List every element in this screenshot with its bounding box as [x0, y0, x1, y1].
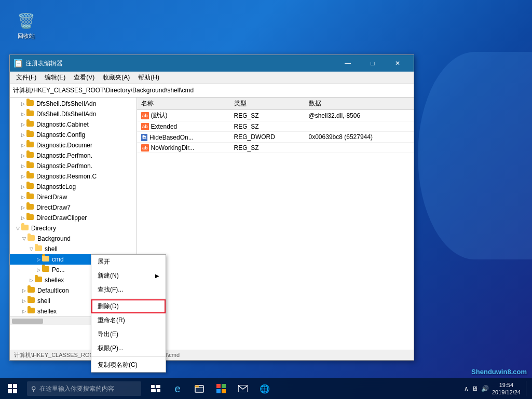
- tray-volume[interactable]: 🔊: [481, 385, 489, 392]
- menu-file[interactable]: 文件(F): [12, 72, 40, 83]
- ctx-expand[interactable]: 展开: [91, 255, 166, 269]
- context-menu: 展开 新建(N) ▶ 查找(F)... 删除(D) 重命名(R) 导出(E) 权…: [91, 254, 166, 373]
- taskbar-explorer[interactable]: [189, 378, 210, 399]
- taskbar-search[interactable]: ⚲ 在这里输入你要搜索的内容: [27, 381, 141, 396]
- svg-rect-6: [151, 389, 156, 392]
- tree-item-dfsshell1[interactable]: ▷ DfsShell.DfsSheIIAdn: [10, 99, 137, 109]
- taskbar-mail[interactable]: [233, 378, 253, 399]
- table-row[interactable]: abNoWorkingDir... REG_SZ: [137, 143, 414, 153]
- expand-icon: ▷: [19, 194, 26, 201]
- start-button[interactable]: [0, 378, 25, 399]
- svg-rect-0: [8, 384, 12, 388]
- tree-item-diagnostic-cabinet[interactable]: ▷ Diagnostic.Cabinet: [10, 119, 137, 130]
- svg-rect-13: [222, 389, 226, 393]
- svg-rect-1: [13, 384, 17, 388]
- col-data-header: 数据: [305, 98, 414, 110]
- tree-item-directdraw7[interactable]: ▷ DirectDraw7: [10, 202, 137, 213]
- tree-item-directdrawclipper[interactable]: ▷ DirectDrawClipper: [10, 213, 137, 223]
- window-title: 注册表编辑器: [25, 59, 336, 68]
- menu-edit[interactable]: 编辑(E): [40, 72, 70, 83]
- show-desktop[interactable]: [526, 381, 528, 396]
- col-name-header: 名称: [137, 98, 230, 110]
- tree-item-shell-bg[interactable]: ▽ shell: [10, 244, 137, 254]
- ctx-separator: [91, 298, 166, 298]
- svg-rect-3: [13, 389, 17, 393]
- tree-item-diagnostic-documer[interactable]: ▷ Diagnostic.Documer: [10, 140, 137, 150]
- expand-icon-cmd: ▷: [35, 256, 42, 263]
- main-content: ▷ DfsShell.DfsSheIIAdn ▷ DfsShell.DfsShe…: [10, 98, 414, 350]
- tray-network: 🖥: [472, 385, 478, 392]
- clock[interactable]: 19:54 2019/12/24: [492, 381, 521, 396]
- ctx-permissions[interactable]: 权限(P)...: [91, 341, 166, 355]
- table-row[interactable]: 数HideBasedOn... REG_DWORD 0x00639bc8 (65…: [137, 132, 414, 143]
- tree-item-dfsshell2[interactable]: ▷ DfsShell.DfsSheIIAdn: [10, 109, 137, 119]
- tree-item-diagnostic-config[interactable]: ▷ Diagnostic.Config: [10, 130, 137, 140]
- tree-item-diagnostic-perfmon1[interactable]: ▷ Diagnostic.Perfmon.: [10, 150, 137, 161]
- expand-icon: ▷: [19, 204, 26, 211]
- expand-icon-directory: ▽: [14, 225, 21, 232]
- tree-item-diagnosticlog[interactable]: ▷ DiagnosticLog: [10, 182, 137, 192]
- ctx-rename[interactable]: 重命名(R): [91, 313, 166, 327]
- expand-icon: ▷: [19, 162, 26, 170]
- expand-icon: ▷: [19, 183, 26, 190]
- search-placeholder: 在这里输入你要搜索的内容: [39, 384, 114, 393]
- tree-item-diagnostic-perfmon2[interactable]: ▷ Diagnostic.Perfmon.: [10, 161, 137, 171]
- registry-editor-window: 📋 注册表编辑器 — □ ✕ 文件(F) 编辑(E) 查看(V) 收藏夹(A) …: [9, 54, 414, 361]
- tree-item-directdraw[interactable]: ▷ DirectDraw: [10, 192, 137, 202]
- window-controls: — □ ✕: [336, 55, 410, 72]
- expand-icon: ▷: [19, 152, 26, 159]
- expand-icon: ▷: [19, 111, 26, 118]
- status-bar: 计算机\HKEY_CLASSES_ROOT\Directory\Backgrou…: [10, 350, 414, 360]
- tree-item-diagnostic-resmon[interactable]: ▷ Diagnostic.Resmon.C: [10, 171, 137, 182]
- expand-icon-shellex-dir: ▷: [20, 308, 28, 315]
- taskbar-icons: e: [145, 378, 275, 399]
- taskbar-network[interactable]: 🌐: [254, 378, 275, 399]
- expand-icon-shell-dir: ▷: [20, 297, 28, 305]
- table-row[interactable]: ab(默认) REG_SZ @shell32.dll,-8506: [137, 110, 414, 121]
- expand-icon-background: ▽: [20, 235, 28, 242]
- menu-bar: 文件(F) 编辑(E) 查看(V) 收藏夹(A) 帮助(H): [10, 72, 414, 84]
- ctx-delete[interactable]: 删除(D): [91, 299, 166, 313]
- expand-icon: ▷: [19, 214, 26, 222]
- svg-rect-10: [216, 384, 221, 388]
- ctx-separator2: [91, 356, 166, 357]
- tray-arrow[interactable]: ∧: [464, 385, 469, 392]
- expand-icon-po: ▷: [35, 266, 42, 273]
- ctx-find[interactable]: 查找(F)...: [91, 283, 166, 297]
- ctx-copy-name[interactable]: 复制项名称(C): [91, 358, 166, 372]
- col-type-header: 类型: [230, 98, 305, 110]
- sys-tray: ∧ 🖥 🔊: [464, 385, 489, 392]
- expand-icon: ▷: [19, 142, 26, 149]
- submenu-arrow: ▶: [155, 273, 159, 279]
- expand-icon: ▷: [19, 131, 26, 139]
- app-icon: 📋: [14, 59, 22, 67]
- desktop: 🗑️ 回收站 📋 注册表编辑器 — □ ✕ 文件(F) 编辑(E) 查看(V) …: [0, 0, 532, 399]
- title-bar: 📋 注册表编辑器 — □ ✕: [10, 55, 414, 72]
- maximize-button[interactable]: □: [361, 55, 385, 72]
- close-button[interactable]: ✕: [386, 55, 410, 72]
- watermark: Shenduwin8.com: [471, 368, 527, 376]
- svg-rect-12: [216, 389, 221, 393]
- ctx-export[interactable]: 导出(E): [91, 327, 166, 341]
- expand-icon: ▷: [19, 173, 26, 180]
- table-row[interactable]: abExtended REG_SZ: [137, 121, 414, 132]
- search-icon: ⚲: [31, 385, 36, 393]
- taskbar-edge[interactable]: e: [167, 378, 188, 399]
- tree-item-directory[interactable]: ▽ Directory: [10, 223, 137, 233]
- taskbar-store[interactable]: [211, 378, 231, 399]
- expand-icon-shell-bg: ▽: [28, 245, 35, 253]
- tree-item-background[interactable]: ▽ Background: [10, 233, 137, 244]
- taskbar-task-view[interactable]: [145, 378, 166, 399]
- clock-date: 2019/12/24: [492, 389, 521, 396]
- ctx-new[interactable]: 新建(N) ▶: [91, 269, 166, 283]
- clock-time: 19:54: [492, 381, 521, 389]
- minimize-button[interactable]: —: [336, 55, 360, 72]
- win-decoration: [418, 52, 532, 259]
- menu-favorites[interactable]: 收藏夹(A): [99, 72, 134, 83]
- svg-rect-2: [8, 389, 12, 393]
- menu-view[interactable]: 查看(V): [70, 72, 99, 83]
- menu-help[interactable]: 帮助(H): [134, 72, 163, 83]
- recycle-bin-icon[interactable]: 🗑️ 回收站: [10, 10, 42, 40]
- svg-rect-4: [151, 385, 155, 388]
- registry-table: 名称 类型 数据 ab(默认) REG_SZ @shell32.dll,-850…: [137, 98, 414, 153]
